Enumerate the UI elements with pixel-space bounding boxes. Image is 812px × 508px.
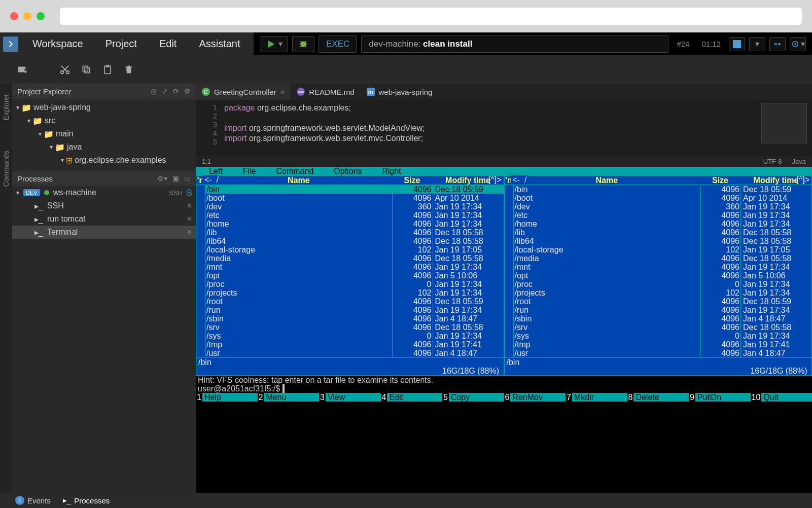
mc-file-row[interactable]: /home4096Jan 19 17:34: [205, 220, 504, 228]
mc-file-row[interactable]: /proc0Jan 19 17:34: [514, 280, 812, 288]
debug-button[interactable]: [292, 36, 314, 52]
mc-caret-icon[interactable]: .[^]>: [794, 175, 809, 184]
process-machine[interactable]: ▾ DEV ws-machine SSH ⎘: [12, 186, 196, 199]
mc-file-row[interactable]: /run4096Jan 19 17:34: [514, 306, 812, 314]
rail-commands[interactable]: Commands: [2, 151, 10, 187]
fkey-quit[interactable]: 10Quit: [751, 393, 813, 402]
mc-file-row[interactable]: /usr4096Jan 4 18:47: [205, 349, 504, 357]
menu-project[interactable]: Project: [105, 38, 137, 50]
mc-file-row[interactable]: /dev360Jan 19 17:34: [205, 202, 504, 211]
locate-icon[interactable]: ◎: [151, 87, 157, 95]
process-terminal[interactable]: ▸_ Terminal ×: [12, 226, 196, 239]
mc-file-row[interactable]: /bin4096Dec 18 05:59: [205, 185, 504, 194]
mc-file-row[interactable]: /local-storage102Jan 19 17:05: [514, 245, 812, 254]
mc-file-row[interactable]: /opt4096Jan 5 10:06: [205, 271, 504, 280]
mc-file-row[interactable]: /media4096Dec 18 05:58: [205, 254, 504, 263]
close-icon[interactable]: ×: [187, 228, 192, 237]
close-icon[interactable]: ×: [280, 88, 285, 96]
tree-java[interactable]: ▾📁 java: [12, 140, 196, 154]
refresh-icon[interactable]: ⟳: [173, 87, 179, 95]
close-icon[interactable]: ×: [187, 201, 192, 210]
fkey-edit[interactable]: 4Edit: [381, 393, 443, 402]
split-button[interactable]: [769, 37, 786, 51]
mc-file-row[interactable]: /tmp4096Jan 19 17:41: [205, 340, 504, 349]
mc-file-row[interactable]: /sbin4096Jan 4 18:47: [205, 314, 504, 323]
exec-label[interactable]: EXEC: [319, 35, 357, 53]
mc-menu-item[interactable]: Options: [324, 167, 372, 175]
code-editor[interactable]: 12345 package org.eclipse.che.examples; …: [196, 100, 812, 156]
cut-icon[interactable]: [58, 62, 72, 77]
tree-main[interactable]: ▾📁 main: [12, 127, 196, 140]
menu-workspace[interactable]: Workspace: [32, 38, 83, 50]
command-box[interactable]: dev-machine: clean install: [361, 35, 668, 53]
mc-file-row[interactable]: /usr4096Jan 4 18:47: [514, 349, 812, 357]
mc-prompt[interactable]: user@a2051acf31f5:/$: [196, 384, 812, 393]
mc-file-row[interactable]: /mnt4096Jan 19 17:34: [514, 263, 812, 271]
collapse-icon[interactable]: ⤢: [162, 87, 168, 95]
mc-file-row[interactable]: /local-storage102Jan 19 17:05: [205, 245, 504, 254]
mc-file-row[interactable]: /lib644096Dec 18 05:58: [205, 237, 504, 245]
mc-file-row[interactable]: /sbin4096Jan 4 18:47: [514, 314, 812, 323]
mc-file-row[interactable]: /proc0Jan 19 17:34: [205, 280, 504, 288]
process-tomcat[interactable]: ▸_ run tomcat ×: [12, 212, 196, 226]
mc-menubar[interactable]: LeftFileCommandOptionsRight: [196, 167, 812, 175]
mc-panel[interactable]: <- / .[^]> 'nNameSizeModify time /bin409…: [196, 175, 504, 376]
fkey-pulldn[interactable]: 9PullDn: [689, 393, 751, 402]
tree-src[interactable]: ▾📁 src: [12, 114, 196, 127]
delete-icon[interactable]: [122, 62, 136, 77]
settings-icon[interactable]: ⚙: [184, 87, 191, 95]
mc-file-row[interactable]: /tmp4096Jan 19 17:41: [514, 340, 812, 349]
events-button[interactable]: 1 Events: [15, 496, 51, 505]
mc-menu-item[interactable]: File: [233, 167, 266, 175]
editor-tab[interactable]: mweb-java-spring: [361, 84, 439, 100]
editor-tab[interactable]: •••README.md: [291, 84, 360, 100]
mc-file-row[interactable]: /lib4096Dec 18 05:58: [514, 228, 812, 237]
maximize-icon[interactable]: ▣: [172, 174, 179, 183]
mc-file-row[interactable]: /opt4096Jan 5 10:06: [514, 271, 812, 280]
mc-file-row[interactable]: /media4096Dec 18 05:58: [514, 254, 812, 263]
new-file-icon[interactable]: [15, 62, 29, 77]
mc-file-row[interactable]: /sys0Jan 19 17:34: [514, 332, 812, 340]
target-button[interactable]: ▾: [790, 37, 806, 51]
gear-icon[interactable]: ⚙▾: [157, 174, 167, 183]
mc-file-row[interactable]: /etc4096Jan 19 17:34: [514, 211, 812, 220]
fkey-mkdir[interactable]: 7Mkdir: [566, 393, 627, 402]
rail-explorer[interactable]: Explorer: [2, 94, 10, 120]
mc-menu-item[interactable]: Left: [199, 167, 233, 175]
expand-button[interactable]: [3, 37, 18, 52]
mc-file-row[interactable]: /lib4096Dec 18 05:58: [205, 228, 504, 237]
fkey-delete[interactable]: 8Delete: [627, 393, 689, 402]
mc-file-row[interactable]: /boot4096Apr 10 2014: [514, 194, 812, 202]
mc-file-row[interactable]: /home4096Jan 19 17:34: [514, 220, 812, 228]
mc-fkeys[interactable]: 1Help2Menu3View4Edit5Copy6RenMov7Mkdir8D…: [196, 393, 812, 402]
fkey-view[interactable]: 3View: [319, 393, 381, 402]
stop-button[interactable]: [729, 37, 745, 51]
terminal[interactable]: LeftFileCommandOptionsRight <- / .[^]> '…: [196, 167, 812, 493]
mc-file-row[interactable]: /srv4096Dec 18 05:58: [205, 323, 504, 332]
minimize-icon[interactable]: ▭: [184, 174, 191, 183]
window-close-icon[interactable]: [10, 12, 18, 20]
ssh-label[interactable]: SSH: [169, 189, 183, 197]
fkey-renmov[interactable]: 6RenMov: [504, 393, 566, 402]
mc-file-row[interactable]: /lib644096Dec 18 05:58: [514, 237, 812, 245]
copy-icon[interactable]: [79, 62, 93, 77]
mc-file-row[interactable]: /mnt4096Jan 19 17:34: [205, 263, 504, 271]
window-maximize-icon[interactable]: [37, 12, 45, 20]
url-bar[interactable]: [60, 8, 802, 25]
mc-menu-item[interactable]: Command: [266, 167, 324, 175]
dropdown-button[interactable]: ▾: [749, 37, 765, 51]
mc-file-row[interactable]: /srv4096Dec 18 05:58: [514, 323, 812, 332]
process-ssh[interactable]: ▸_ SSH ×: [12, 199, 196, 212]
fkey-copy[interactable]: 5Copy: [442, 393, 504, 402]
mc-caret-icon[interactable]: .[^]>: [486, 175, 501, 184]
tree-root[interactable]: ▾📁 web-java-spring: [12, 101, 196, 114]
processes-button[interactable]: ▸_ Processes: [63, 496, 110, 505]
menu-edit[interactable]: Edit: [159, 38, 176, 50]
paste-icon[interactable]: [100, 62, 115, 77]
run-button[interactable]: ▾: [260, 36, 288, 52]
mc-file-row[interactable]: /root4096Dec 18 05:59: [205, 297, 504, 306]
mc-file-row[interactable]: /sys0Jan 19 17:34: [205, 332, 504, 340]
fkey-help[interactable]: 1Help: [196, 393, 258, 402]
mc-file-row[interactable]: /etc4096Jan 19 17:34: [205, 211, 504, 220]
mc-file-row[interactable]: /run4096Jan 19 17:34: [205, 306, 504, 314]
